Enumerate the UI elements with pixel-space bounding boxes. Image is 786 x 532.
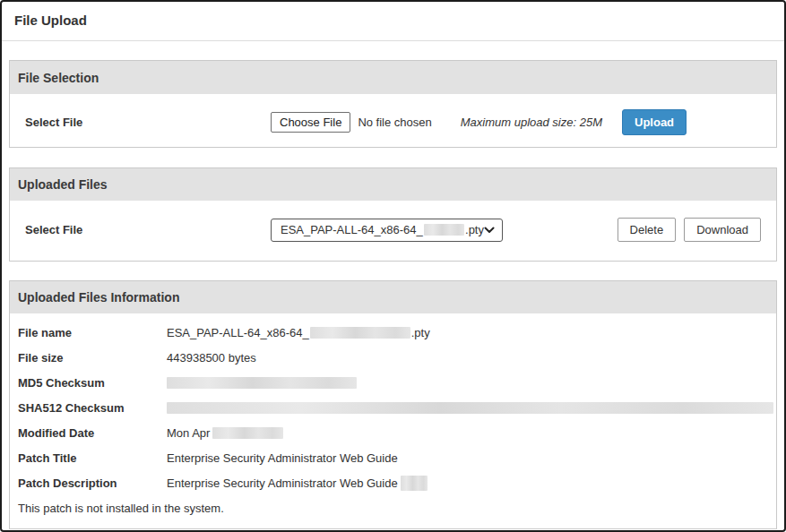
uploaded-files-information-header: Uploaded Files Information <box>10 281 776 313</box>
select-file-label: Select File <box>25 116 271 129</box>
sha512-checksum-label: SHA512 Checksum <box>18 401 167 415</box>
file-name-prefix: ESA_PAP-ALL-64_x86-64_ <box>167 326 309 339</box>
selected-file-suffix: .pty <box>465 223 484 236</box>
sha512-checksum-value <box>167 402 773 414</box>
no-file-chosen-text: No file chosen <box>358 116 431 129</box>
md5-checksum-label: MD5 Checksum <box>18 376 167 390</box>
uploaded-files-header: Uploaded Files <box>10 168 776 201</box>
choose-file-button[interactable]: Choose File <box>271 112 350 133</box>
patch-status-note: This patch is not installed in the syste… <box>18 495 768 520</box>
redacted-description-segment <box>401 476 428 491</box>
file-selection-row: Select File Choose File No file chosen M… <box>10 109 776 135</box>
file-size-value: 443938500 bytes <box>167 351 256 365</box>
modified-date-value: Mon Apr <box>167 426 283 440</box>
patch-title-row: Patch Title Enterprise Security Administ… <box>18 445 768 470</box>
file-name-suffix: .pty <box>411 326 430 339</box>
modified-date-label: Modified Date <box>18 426 167 440</box>
upload-button[interactable]: Upload <box>622 109 687 135</box>
redacted-sha512-value <box>167 402 773 414</box>
redacted-date-segment <box>212 427 283 439</box>
uploaded-file-select[interactable]: ESA_PAP-ALL-64_x86-64_ .pty <box>271 219 503 242</box>
file-selection-panel: File Selection Select File Choose File N… <box>9 60 777 148</box>
redacted-md5-value <box>167 377 357 389</box>
file-size-label: File size <box>18 351 167 365</box>
uploaded-files-information-body: File name ESA_PAP-ALL-64_x86-64_ .pty Fi… <box>10 313 776 520</box>
file-name-row: File name ESA_PAP-ALL-64_x86-64_ .pty <box>18 320 768 345</box>
file-name-value: ESA_PAP-ALL-64_x86-64_ .pty <box>167 326 430 339</box>
redacted-filename-segment <box>310 327 410 339</box>
uploaded-files-panel: Uploaded Files Select File ESA_PAP-ALL-6… <box>9 167 777 262</box>
download-button[interactable]: Download <box>684 218 761 242</box>
max-upload-size-note: Maximum upload size: 25M <box>461 116 602 129</box>
patch-title-value: Enterprise Security Administrator Web Gu… <box>167 451 398 465</box>
sha512-checksum-row: SHA512 Checksum <box>18 395 768 420</box>
title-divider <box>2 40 784 41</box>
page-title: File Upload <box>14 13 784 28</box>
select-file-label: Select File <box>25 223 271 236</box>
patch-title-label: Patch Title <box>18 451 167 465</box>
redacted-filename-segment <box>424 224 464 236</box>
modified-date-row: Modified Date Mon Apr <box>18 420 768 445</box>
uploaded-files-row: Select File ESA_PAP-ALL-64_x86-64_ .pty … <box>10 218 776 242</box>
patch-description-row: Patch Description Enterprise Security Ad… <box>18 470 768 495</box>
chevron-down-icon <box>484 227 495 234</box>
file-actions: Delete Download <box>618 218 761 242</box>
uploaded-files-information-panel: Uploaded Files Information File name ESA… <box>9 280 777 529</box>
modified-date-prefix: Mon Apr <box>167 426 210 440</box>
md5-checksum-value <box>167 377 357 389</box>
file-upload-page: File Upload File Selection Select File C… <box>0 0 786 532</box>
patch-description-prefix: Enterprise Security Administrator Web Gu… <box>167 476 398 490</box>
selected-file-text: ESA_PAP-ALL-64_x86-64_ .pty <box>281 223 484 236</box>
md5-checksum-row: MD5 Checksum <box>18 370 768 395</box>
file-selection-header: File Selection <box>10 61 776 94</box>
file-size-row: File size 443938500 bytes <box>18 345 768 370</box>
file-name-label: File name <box>18 326 167 339</box>
patch-description-label: Patch Description <box>18 476 167 490</box>
patch-description-value: Enterprise Security Administrator Web Gu… <box>167 476 428 491</box>
delete-button[interactable]: Delete <box>618 218 677 242</box>
selected-file-prefix: ESA_PAP-ALL-64_x86-64_ <box>281 223 423 236</box>
